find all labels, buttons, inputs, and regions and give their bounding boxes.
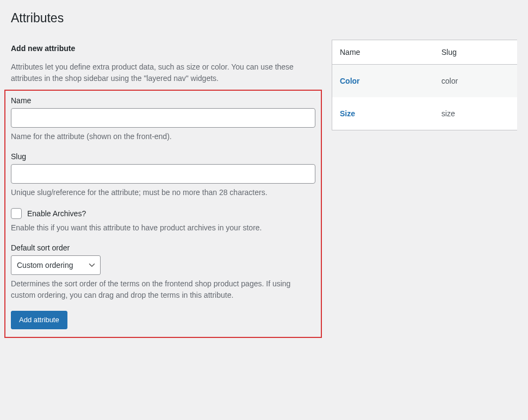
attribute-slug-cell: color xyxy=(434,64,517,97)
add-attribute-button[interactable]: Add attribute xyxy=(11,311,67,329)
slug-help: Unique slug/reference for the attribute;… xyxy=(11,187,315,198)
archives-help: Enable this if you want this attribute t… xyxy=(11,222,315,234)
add-attribute-intro: Attributes let you define extra product … xyxy=(11,61,315,84)
name-label: Name xyxy=(11,96,315,105)
page-title: Attributes xyxy=(11,5,517,29)
add-attribute-column: Add new attribute Attributes let you def… xyxy=(11,40,315,338)
add-attribute-form: Name Name for the attribute (shown on th… xyxy=(4,90,322,338)
name-help: Name for the attribute (shown on the fro… xyxy=(11,131,315,142)
columns-layout: Add new attribute Attributes let you def… xyxy=(11,40,517,338)
table-header-name: Name xyxy=(332,40,434,64)
sort-label: Default sort order xyxy=(11,243,315,252)
table-header-slug: Slug xyxy=(434,40,517,64)
sort-order-select[interactable]: Custom ordering xyxy=(11,255,101,275)
attributes-table: Name Slug Color color Size size xyxy=(332,40,517,130)
archives-field-group: Enable Archives? Enable this if you want… xyxy=(11,208,315,234)
attribute-link-color[interactable]: Color xyxy=(340,77,360,85)
attribute-link-size[interactable]: Size xyxy=(340,109,355,118)
enable-archives-checkbox[interactable] xyxy=(11,208,22,219)
submit-row: Add attribute xyxy=(11,311,315,329)
attributes-page: Attributes Add new attribute Attributes … xyxy=(0,0,528,338)
enable-archives-label[interactable]: Enable Archives? xyxy=(27,209,86,218)
table-row: Size size xyxy=(332,97,518,130)
table-row: Color color xyxy=(332,64,518,97)
name-input[interactable] xyxy=(11,108,315,128)
slug-label: Slug xyxy=(11,152,315,161)
sort-field-group: Default sort order Custom ordering Deter… xyxy=(11,243,315,301)
slug-field-group: Slug Unique slug/reference for the attri… xyxy=(11,152,315,198)
sort-help: Determines the sort order of the terms o… xyxy=(11,278,315,301)
slug-input[interactable] xyxy=(11,164,315,184)
attribute-slug-cell: size xyxy=(434,97,517,130)
attributes-table-column: Name Slug Color color Size size xyxy=(332,40,517,130)
add-attribute-heading: Add new attribute xyxy=(11,40,315,57)
name-field-group: Name Name for the attribute (shown on th… xyxy=(11,96,315,142)
